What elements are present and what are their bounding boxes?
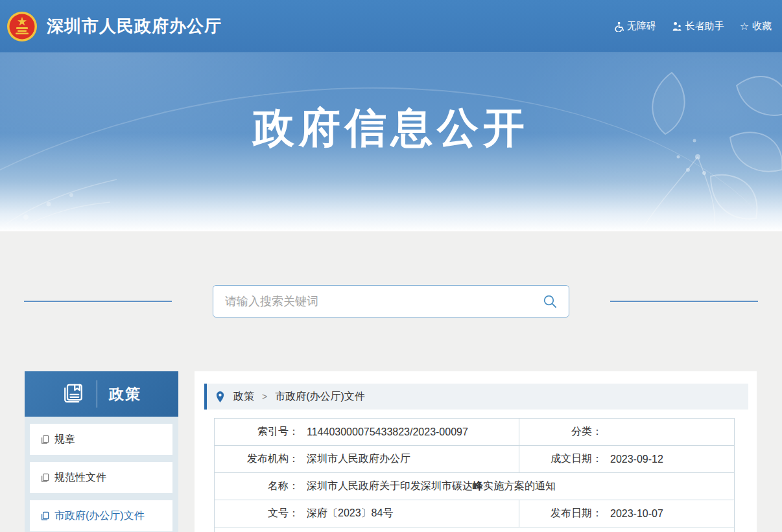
table-row-name: 名称： 深圳市人民政府关于印发深圳市碳达峰实施方案的通知 — [215, 473, 734, 500]
sidebar-item-label: 规章 — [54, 433, 75, 446]
breadcrumb-accent-bar — [204, 384, 207, 410]
name-value: 深圳市人民政府关于印发深圳市碳达峰实施方案的通知 — [307, 480, 556, 493]
national-emblem-logo[interactable] — [6, 11, 38, 42]
location-pin-icon — [215, 391, 225, 403]
sidebar-menu: 规章 规范性文件 市政府(办公厅)文件 — [25, 417, 178, 532]
breadcrumb-separator: > — [262, 391, 267, 402]
sidebar-item-label: 市政府(办公厅)文件 — [54, 509, 145, 523]
index-label: 索引号： — [215, 425, 299, 439]
favorite-label: 收藏 — [752, 20, 772, 32]
search-left-divider — [24, 301, 172, 302]
search-row — [0, 285, 782, 318]
page-title: 政府信息公开 — [0, 100, 782, 156]
banner: 政府信息公开 — [0, 53, 782, 231]
topbar-utils: 无障碍 长者助手 ☆ 收藏 — [613, 20, 772, 32]
table-row-index: 索引号： 114403000075433823/2023-00097 分类： — [215, 419, 734, 446]
doc-number-label: 文号： — [215, 507, 299, 520]
category-cell: 分类： — [519, 419, 734, 445]
search-input[interactable] — [213, 286, 531, 317]
breadcrumb-root-link[interactable]: 政策 — [233, 390, 254, 404]
index-cell: 索引号： 114403000075433823/2023-00097 — [215, 419, 519, 445]
document-meta-table: 索引号： 114403000075433823/2023-00097 分类： 发… — [214, 418, 735, 532]
written-date-label: 成文日期： — [519, 452, 602, 466]
sidebar-header-title: 政策 — [109, 384, 141, 404]
accessibility-link[interactable]: 无障碍 — [613, 20, 656, 32]
main-content: 政策 > 市政府(办公厅)文件 索引号： 114403000075433823/… — [195, 371, 757, 532]
name-before: 深圳市人民政府关于印发深圳市碳达 — [307, 480, 473, 491]
publisher-label: 发布机构： — [215, 452, 299, 466]
name-after: 实施方案的通知 — [483, 480, 556, 491]
sidebar-header: 政策 — [25, 371, 178, 417]
sidebar-item-regulations[interactable]: 规章 — [30, 424, 172, 455]
elder-assistant-link[interactable]: 长者助手 — [672, 20, 724, 32]
favorite-link[interactable]: ☆ 收藏 — [740, 20, 772, 32]
star-icon: ☆ — [740, 21, 749, 32]
search-right-divider — [610, 301, 758, 302]
search-icon — [542, 294, 558, 309]
site-title[interactable]: 深圳市人民政府办公厅 — [47, 15, 222, 38]
publisher-cell: 发布机构： 深圳市人民政府办公厅 — [215, 446, 519, 472]
doc-number-cell: 文号： 深府〔2023〕84号 — [215, 500, 519, 527]
sidebar-item-municipal-gov-docs[interactable]: 市政府(办公厅)文件 — [30, 500, 172, 531]
category-label: 分类： — [519, 425, 602, 439]
accessibility-label: 无障碍 — [627, 20, 656, 32]
search-box — [213, 285, 569, 318]
index-value: 114403000075433823/2023-00097 — [307, 426, 468, 438]
written-date-cell: 成文日期： 2023-09-12 — [519, 446, 734, 472]
breadcrumb: 政策 > 市政府(办公厅)文件 — [204, 384, 748, 410]
page-body: 政策 规章 规范性文件 — [0, 231, 782, 532]
table-row-publisher: 发布机构： 深圳市人民政府办公厅 成文日期： 2023-09-12 — [215, 446, 734, 473]
written-date-value: 2023-09-12 — [610, 454, 663, 465]
topbar: 深圳市人民政府办公厅 无障碍 长者助手 ☆ 收藏 — [0, 0, 782, 53]
sidebar-item-normative-docs[interactable]: 规范性文件 — [30, 462, 172, 493]
accessibility-icon — [613, 21, 624, 32]
publish-date-value: 2023-10-07 — [610, 508, 663, 520]
elder-assistant-icon — [672, 21, 682, 32]
publisher-value: 深圳市人民政府办公厅 — [307, 452, 410, 466]
doc-number-value: 深府〔2023〕84号 — [307, 507, 393, 520]
name-label: 名称： — [215, 480, 299, 493]
sidebar: 政策 规章 规范性文件 — [25, 371, 178, 532]
name-cell: 名称： 深圳市人民政府关于印发深圳市碳达峰实施方案的通知 — [215, 473, 734, 500]
table-row-partial — [215, 527, 734, 532]
document-icon — [40, 473, 50, 483]
elder-assistant-label: 长者助手 — [685, 20, 724, 32]
sidebar-header-divider — [97, 380, 97, 408]
search-button[interactable] — [531, 286, 569, 317]
publish-date-cell: 发布日期： 2023-10-07 — [519, 500, 734, 527]
document-icon — [40, 511, 50, 521]
table-row-doc-number: 文号： 深府〔2023〕84号 发布日期： 2023-10-07 — [215, 500, 734, 527]
policy-book-icon — [62, 382, 85, 406]
sidebar-item-label: 规范性文件 — [54, 471, 106, 485]
document-icon — [40, 435, 50, 445]
publish-date-label: 发布日期： — [519, 507, 602, 520]
name-highlight: 峰 — [473, 480, 483, 491]
breadcrumb-current: 市政府(办公厅)文件 — [275, 390, 365, 404]
